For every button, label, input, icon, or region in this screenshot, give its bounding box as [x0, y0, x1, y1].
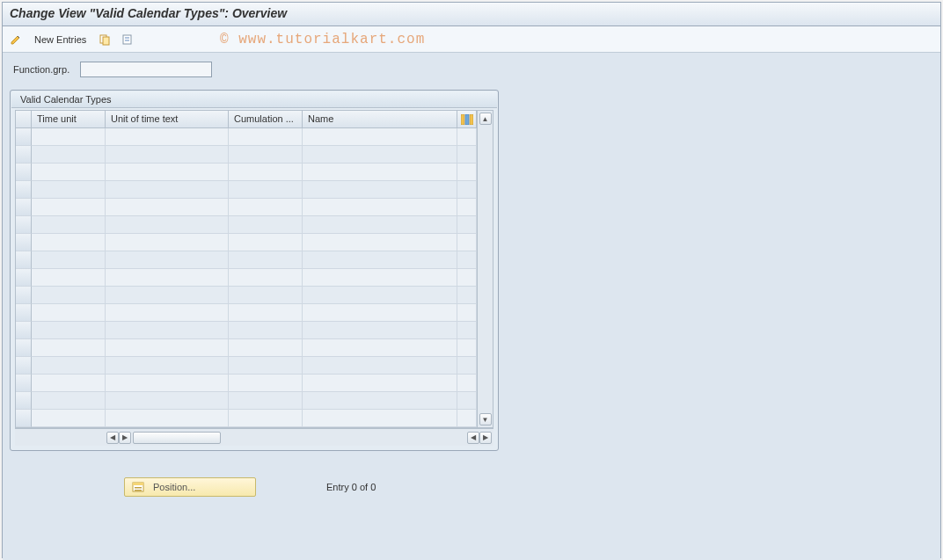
row-selector[interactable]: [16, 199, 32, 216]
row-selector[interactable]: [16, 357, 32, 375]
row-selector[interactable]: [16, 234, 32, 251]
table-row[interactable]: [32, 287, 477, 304]
cell[interactable]: [32, 322, 106, 339]
table-row[interactable]: [32, 251, 477, 269]
table-row[interactable]: [32, 234, 477, 251]
cell[interactable]: [106, 410, 229, 427]
cell[interactable]: [32, 304, 106, 322]
cell[interactable]: [106, 146, 229, 164]
col-name[interactable]: Name: [303, 111, 457, 128]
cell[interactable]: [32, 392, 106, 410]
cell[interactable]: [32, 199, 106, 216]
cell[interactable]: [106, 322, 229, 339]
cell[interactable]: [303, 199, 457, 216]
cell[interactable]: [229, 216, 303, 234]
cell[interactable]: [303, 375, 457, 392]
cell[interactable]: [303, 146, 457, 164]
hscroll-thumb[interactable]: [133, 432, 221, 444]
cell[interactable]: [32, 339, 106, 357]
table-row[interactable]: [32, 357, 477, 375]
cell[interactable]: [106, 181, 229, 199]
cell[interactable]: [106, 392, 229, 410]
cell[interactable]: [229, 199, 303, 216]
cell[interactable]: [303, 216, 457, 234]
new-entries-button[interactable]: New Entries: [31, 33, 90, 47]
table-row[interactable]: [32, 146, 477, 164]
row-selector[interactable]: [16, 375, 32, 392]
cell[interactable]: [229, 322, 303, 339]
cell[interactable]: [106, 375, 229, 392]
cell[interactable]: [32, 164, 106, 181]
cell[interactable]: [106, 216, 229, 234]
cell[interactable]: [106, 287, 229, 304]
table-row[interactable]: [32, 322, 477, 339]
row-selector[interactable]: [16, 181, 32, 199]
cell[interactable]: [32, 181, 106, 199]
select-all-header[interactable]: [16, 111, 32, 128]
table-row[interactable]: [32, 410, 477, 427]
cell[interactable]: [32, 287, 106, 304]
cell[interactable]: [303, 164, 457, 181]
table-row[interactable]: [32, 375, 477, 392]
table-row[interactable]: [32, 199, 477, 216]
cell[interactable]: [106, 128, 229, 146]
cell[interactable]: [106, 269, 229, 287]
row-selector[interactable]: [16, 339, 32, 357]
row-selector[interactable]: [16, 164, 32, 181]
cell[interactable]: [229, 234, 303, 251]
copy-icon[interactable]: [97, 32, 113, 47]
horizontal-scrollbar[interactable]: ◀ ▶ ◀ ▶: [15, 428, 493, 446]
cell[interactable]: [32, 216, 106, 234]
cell[interactable]: [303, 339, 457, 357]
cell[interactable]: [303, 251, 457, 269]
cell[interactable]: [106, 199, 229, 216]
cell[interactable]: [32, 357, 106, 375]
table-row[interactable]: [32, 181, 477, 199]
row-selector[interactable]: [16, 410, 32, 427]
row-selector[interactable]: [16, 287, 32, 304]
row-selector[interactable]: [16, 251, 32, 269]
table-row[interactable]: [32, 216, 477, 234]
table-row[interactable]: [32, 339, 477, 357]
scroll-left-icon[interactable]: ◀: [106, 432, 119, 444]
row-selector[interactable]: [16, 269, 32, 287]
cell[interactable]: [303, 410, 457, 427]
cell[interactable]: [229, 251, 303, 269]
cell[interactable]: [106, 339, 229, 357]
cell[interactable]: [229, 146, 303, 164]
cell[interactable]: [106, 251, 229, 269]
position-button[interactable]: Position...: [124, 477, 256, 497]
cell[interactable]: [229, 287, 303, 304]
cell[interactable]: [303, 181, 457, 199]
cell[interactable]: [303, 128, 457, 146]
row-selector[interactable]: [16, 146, 32, 164]
cell[interactable]: [229, 181, 303, 199]
cell[interactable]: [229, 269, 303, 287]
row-selector[interactable]: [16, 304, 32, 322]
cell[interactable]: [229, 304, 303, 322]
col-unit-of-time-text[interactable]: Unit of time text: [106, 111, 229, 128]
table-row[interactable]: [32, 128, 477, 146]
scroll-down-icon[interactable]: ▼: [479, 413, 492, 425]
cell[interactable]: [32, 146, 106, 164]
toggle-change-icon[interactable]: [8, 32, 24, 47]
cell[interactable]: [229, 357, 303, 375]
col-cumulation[interactable]: Cumulation ...: [229, 111, 303, 128]
cell[interactable]: [229, 164, 303, 181]
cell[interactable]: [32, 234, 106, 251]
cell[interactable]: [229, 375, 303, 392]
cell[interactable]: [32, 251, 106, 269]
cell[interactable]: [106, 357, 229, 375]
cell[interactable]: [229, 128, 303, 146]
cell[interactable]: [229, 410, 303, 427]
cell[interactable]: [303, 234, 457, 251]
function-group-input[interactable]: [80, 62, 212, 77]
configure-columns-icon[interactable]: [457, 111, 477, 128]
scroll-right-icon[interactable]: ▶: [479, 432, 492, 444]
cell[interactable]: [229, 392, 303, 410]
cell[interactable]: [303, 322, 457, 339]
scroll-left-end-icon[interactable]: ◀: [467, 432, 479, 444]
cell[interactable]: [303, 392, 457, 410]
cell[interactable]: [303, 304, 457, 322]
col-time-unit[interactable]: Time unit: [32, 111, 106, 128]
